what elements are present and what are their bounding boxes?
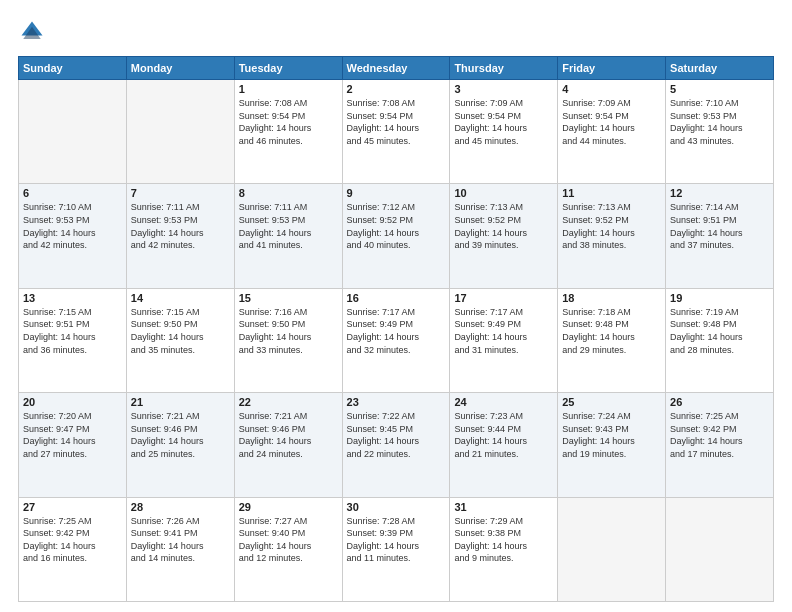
day-of-week-header: Friday <box>558 57 666 80</box>
calendar-day-cell: 21Sunrise: 7:21 AM Sunset: 9:46 PM Dayli… <box>126 393 234 497</box>
calendar-day-cell: 18Sunrise: 7:18 AM Sunset: 9:48 PM Dayli… <box>558 288 666 392</box>
day-info: Sunrise: 7:10 AM Sunset: 9:53 PM Dayligh… <box>23 201 122 251</box>
day-info: Sunrise: 7:25 AM Sunset: 9:42 PM Dayligh… <box>23 515 122 565</box>
day-number: 6 <box>23 187 122 199</box>
day-info: Sunrise: 7:09 AM Sunset: 9:54 PM Dayligh… <box>454 97 553 147</box>
day-info: Sunrise: 7:14 AM Sunset: 9:51 PM Dayligh… <box>670 201 769 251</box>
calendar-day-cell: 16Sunrise: 7:17 AM Sunset: 9:49 PM Dayli… <box>342 288 450 392</box>
day-info: Sunrise: 7:21 AM Sunset: 9:46 PM Dayligh… <box>239 410 338 460</box>
day-of-week-header: Thursday <box>450 57 558 80</box>
day-info: Sunrise: 7:09 AM Sunset: 9:54 PM Dayligh… <box>562 97 661 147</box>
day-number: 2 <box>347 83 446 95</box>
day-info: Sunrise: 7:27 AM Sunset: 9:40 PM Dayligh… <box>239 515 338 565</box>
day-info: Sunrise: 7:25 AM Sunset: 9:42 PM Dayligh… <box>670 410 769 460</box>
calendar-day-cell <box>666 497 774 601</box>
calendar-day-cell: 3Sunrise: 7:09 AM Sunset: 9:54 PM Daylig… <box>450 80 558 184</box>
day-info: Sunrise: 7:29 AM Sunset: 9:38 PM Dayligh… <box>454 515 553 565</box>
day-info: Sunrise: 7:18 AM Sunset: 9:48 PM Dayligh… <box>562 306 661 356</box>
calendar-day-cell <box>126 80 234 184</box>
day-info: Sunrise: 7:16 AM Sunset: 9:50 PM Dayligh… <box>239 306 338 356</box>
calendar-day-cell: 29Sunrise: 7:27 AM Sunset: 9:40 PM Dayli… <box>234 497 342 601</box>
calendar-day-cell: 10Sunrise: 7:13 AM Sunset: 9:52 PM Dayli… <box>450 184 558 288</box>
day-number: 17 <box>454 292 553 304</box>
day-number: 30 <box>347 501 446 513</box>
day-number: 20 <box>23 396 122 408</box>
day-number: 8 <box>239 187 338 199</box>
day-of-week-header: Tuesday <box>234 57 342 80</box>
day-number: 12 <box>670 187 769 199</box>
day-number: 13 <box>23 292 122 304</box>
day-number: 23 <box>347 396 446 408</box>
day-number: 1 <box>239 83 338 95</box>
day-number: 7 <box>131 187 230 199</box>
calendar-day-cell: 27Sunrise: 7:25 AM Sunset: 9:42 PM Dayli… <box>19 497 127 601</box>
day-number: 16 <box>347 292 446 304</box>
calendar-day-cell: 14Sunrise: 7:15 AM Sunset: 9:50 PM Dayli… <box>126 288 234 392</box>
header <box>18 18 774 46</box>
day-info: Sunrise: 7:15 AM Sunset: 9:51 PM Dayligh… <box>23 306 122 356</box>
day-info: Sunrise: 7:22 AM Sunset: 9:45 PM Dayligh… <box>347 410 446 460</box>
calendar-day-cell: 15Sunrise: 7:16 AM Sunset: 9:50 PM Dayli… <box>234 288 342 392</box>
calendar-day-cell: 25Sunrise: 7:24 AM Sunset: 9:43 PM Dayli… <box>558 393 666 497</box>
day-number: 5 <box>670 83 769 95</box>
calendar-day-cell: 19Sunrise: 7:19 AM Sunset: 9:48 PM Dayli… <box>666 288 774 392</box>
day-number: 28 <box>131 501 230 513</box>
day-number: 29 <box>239 501 338 513</box>
day-number: 10 <box>454 187 553 199</box>
calendar-day-cell: 31Sunrise: 7:29 AM Sunset: 9:38 PM Dayli… <box>450 497 558 601</box>
calendar-week-row: 1Sunrise: 7:08 AM Sunset: 9:54 PM Daylig… <box>19 80 774 184</box>
day-of-week-header: Wednesday <box>342 57 450 80</box>
day-number: 31 <box>454 501 553 513</box>
day-info: Sunrise: 7:11 AM Sunset: 9:53 PM Dayligh… <box>239 201 338 251</box>
day-info: Sunrise: 7:08 AM Sunset: 9:54 PM Dayligh… <box>347 97 446 147</box>
calendar-day-cell: 4Sunrise: 7:09 AM Sunset: 9:54 PM Daylig… <box>558 80 666 184</box>
day-number: 25 <box>562 396 661 408</box>
calendar-week-row: 6Sunrise: 7:10 AM Sunset: 9:53 PM Daylig… <box>19 184 774 288</box>
day-info: Sunrise: 7:10 AM Sunset: 9:53 PM Dayligh… <box>670 97 769 147</box>
day-of-week-header: Sunday <box>19 57 127 80</box>
day-of-week-header: Monday <box>126 57 234 80</box>
day-info: Sunrise: 7:21 AM Sunset: 9:46 PM Dayligh… <box>131 410 230 460</box>
day-number: 27 <box>23 501 122 513</box>
logo <box>18 18 50 46</box>
calendar-day-cell: 6Sunrise: 7:10 AM Sunset: 9:53 PM Daylig… <box>19 184 127 288</box>
page: SundayMondayTuesdayWednesdayThursdayFrid… <box>0 0 792 612</box>
day-number: 3 <box>454 83 553 95</box>
day-info: Sunrise: 7:13 AM Sunset: 9:52 PM Dayligh… <box>562 201 661 251</box>
calendar-day-cell: 20Sunrise: 7:20 AM Sunset: 9:47 PM Dayli… <box>19 393 127 497</box>
calendar-day-cell: 9Sunrise: 7:12 AM Sunset: 9:52 PM Daylig… <box>342 184 450 288</box>
logo-icon <box>18 18 46 46</box>
day-info: Sunrise: 7:17 AM Sunset: 9:49 PM Dayligh… <box>347 306 446 356</box>
calendar-day-cell: 1Sunrise: 7:08 AM Sunset: 9:54 PM Daylig… <box>234 80 342 184</box>
day-number: 26 <box>670 396 769 408</box>
calendar-day-cell: 24Sunrise: 7:23 AM Sunset: 9:44 PM Dayli… <box>450 393 558 497</box>
calendar-day-cell: 22Sunrise: 7:21 AM Sunset: 9:46 PM Dayli… <box>234 393 342 497</box>
day-info: Sunrise: 7:20 AM Sunset: 9:47 PM Dayligh… <box>23 410 122 460</box>
calendar-week-row: 20Sunrise: 7:20 AM Sunset: 9:47 PM Dayli… <box>19 393 774 497</box>
calendar-day-cell: 13Sunrise: 7:15 AM Sunset: 9:51 PM Dayli… <box>19 288 127 392</box>
day-number: 14 <box>131 292 230 304</box>
calendar-day-cell <box>558 497 666 601</box>
day-info: Sunrise: 7:11 AM Sunset: 9:53 PM Dayligh… <box>131 201 230 251</box>
day-info: Sunrise: 7:17 AM Sunset: 9:49 PM Dayligh… <box>454 306 553 356</box>
calendar-day-cell: 26Sunrise: 7:25 AM Sunset: 9:42 PM Dayli… <box>666 393 774 497</box>
day-info: Sunrise: 7:08 AM Sunset: 9:54 PM Dayligh… <box>239 97 338 147</box>
day-info: Sunrise: 7:23 AM Sunset: 9:44 PM Dayligh… <box>454 410 553 460</box>
day-number: 15 <box>239 292 338 304</box>
calendar-day-cell: 17Sunrise: 7:17 AM Sunset: 9:49 PM Dayli… <box>450 288 558 392</box>
day-number: 11 <box>562 187 661 199</box>
calendar-day-cell: 28Sunrise: 7:26 AM Sunset: 9:41 PM Dayli… <box>126 497 234 601</box>
day-info: Sunrise: 7:13 AM Sunset: 9:52 PM Dayligh… <box>454 201 553 251</box>
calendar-day-cell: 5Sunrise: 7:10 AM Sunset: 9:53 PM Daylig… <box>666 80 774 184</box>
day-number: 21 <box>131 396 230 408</box>
day-number: 24 <box>454 396 553 408</box>
day-info: Sunrise: 7:24 AM Sunset: 9:43 PM Dayligh… <box>562 410 661 460</box>
calendar-table: SundayMondayTuesdayWednesdayThursdayFrid… <box>18 56 774 602</box>
day-info: Sunrise: 7:15 AM Sunset: 9:50 PM Dayligh… <box>131 306 230 356</box>
calendar-day-cell: 30Sunrise: 7:28 AM Sunset: 9:39 PM Dayli… <box>342 497 450 601</box>
day-of-week-header: Saturday <box>666 57 774 80</box>
day-info: Sunrise: 7:12 AM Sunset: 9:52 PM Dayligh… <box>347 201 446 251</box>
day-number: 19 <box>670 292 769 304</box>
day-info: Sunrise: 7:28 AM Sunset: 9:39 PM Dayligh… <box>347 515 446 565</box>
calendar-day-cell <box>19 80 127 184</box>
